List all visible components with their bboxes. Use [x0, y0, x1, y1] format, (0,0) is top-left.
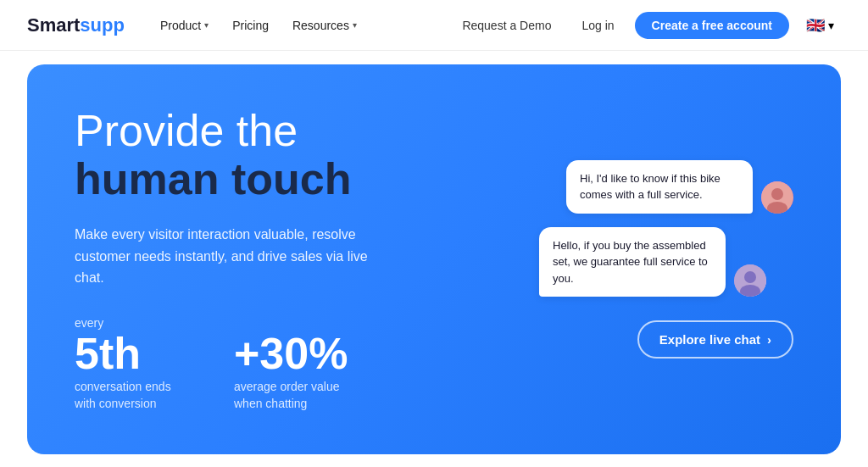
chat-row-agent: Hello, if you buy the assembled set, we …: [539, 227, 793, 297]
nav-pricing[interactable]: Pricing: [224, 14, 277, 37]
logo[interactable]: Smartsupp: [27, 14, 125, 36]
request-demo-button[interactable]: Request a Demo: [452, 14, 561, 37]
stat-1: every 5th conversation ends with convers…: [75, 316, 193, 412]
stat-2-spacer: [234, 316, 353, 330]
chat-row-customer: Hi, I'd like to know if this bike comes …: [539, 160, 793, 214]
stat-1-desc: conversation ends with conversion: [75, 379, 193, 412]
customer-avatar: [761, 181, 793, 214]
login-button[interactable]: Log in: [571, 14, 624, 37]
chat-bubble-customer: Hi, I'd like to know if this bike comes …: [566, 160, 753, 214]
nav-product-chevron: ▾: [204, 20, 209, 30]
stat-2-desc: average order value when chatting: [234, 379, 353, 412]
stat-2: +30% average order value when chatting: [234, 316, 353, 412]
hero-wrapper: Provide the human touch Make every visit…: [0, 51, 868, 467]
lang-chevron: ▾: [828, 19, 834, 32]
svg-point-4: [744, 271, 756, 283]
flag-icon: 🇬🇧: [806, 16, 825, 35]
navbar: Smartsupp Product ▾ Pricing Resources ▾ …: [0, 0, 868, 51]
hero-title: Provide the human touch: [75, 107, 417, 203]
agent-avatar: [734, 264, 766, 297]
stat-1-label: every: [75, 316, 193, 330]
language-selector[interactable]: 🇬🇧 ▾: [799, 13, 841, 38]
nav-right: Request a Demo Log in Create a free acco…: [452, 12, 841, 39]
stat-1-number: 5th: [75, 331, 193, 375]
hero-left: Provide the human touch Make every visit…: [75, 107, 417, 412]
svg-point-1: [771, 188, 783, 200]
logo-smart-text: Smart: [27, 14, 80, 36]
explore-btn-arrow: ›: [767, 332, 771, 347]
create-account-button[interactable]: Create a free account: [635, 12, 789, 39]
nav-resources[interactable]: Resources ▾: [284, 14, 365, 37]
hero-section: Provide the human touch Make every visit…: [27, 64, 841, 454]
chat-bubble-agent: Hello, if you buy the assembled set, we …: [539, 227, 726, 297]
logo-supp-text: supp: [80, 14, 125, 36]
nav-product[interactable]: Product ▾: [152, 14, 217, 37]
nav-resources-chevron: ▾: [353, 20, 357, 30]
explore-btn-label: Explore live chat: [659, 332, 760, 347]
nav-links: Product ▾ Pricing Resources ▾: [152, 14, 452, 37]
hero-stats: every 5th conversation ends with convers…: [75, 316, 417, 412]
nav-resources-label: Resources: [292, 19, 349, 32]
hero-description: Make every visitor interaction valuable,…: [75, 224, 388, 289]
hero-title-line2: human touch: [75, 154, 351, 203]
stat-2-number: +30%: [234, 331, 353, 375]
nav-product-label: Product: [160, 19, 201, 32]
explore-live-chat-button[interactable]: Explore live chat ›: [637, 320, 793, 359]
hero-right: Hi, I'd like to know if this bike comes …: [417, 160, 793, 359]
nav-pricing-label: Pricing: [232, 19, 269, 32]
chat-messages: Hi, I'd like to know if this bike comes …: [539, 160, 793, 297]
hero-title-line1: Provide the: [75, 106, 298, 155]
